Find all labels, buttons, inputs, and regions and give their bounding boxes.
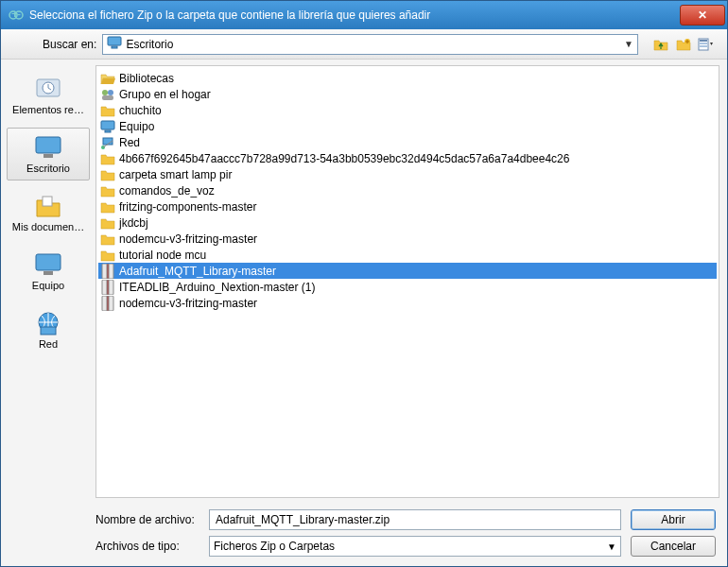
dialog-body: Elementos re…EscritorioMis documen…Equip… bbox=[1, 60, 727, 504]
svg-rect-30 bbox=[107, 280, 109, 295]
list-item[interactable]: Grupo en el hogar bbox=[98, 86, 717, 102]
place-desktop[interactable]: Escritorio bbox=[7, 128, 90, 180]
folder-icon bbox=[100, 103, 115, 118]
group-icon bbox=[100, 87, 115, 102]
titlebar: +- Selecciona el fichero Zip o la carpet… bbox=[1, 1, 727, 29]
toolbar: Buscar en: Escritorio ▼ bbox=[1, 29, 727, 60]
svg-rect-16 bbox=[36, 254, 61, 270]
documents-icon bbox=[33, 193, 63, 219]
place-recent[interactable]: Elementos re… bbox=[7, 69, 90, 122]
filename-value: Adafruit_MQTT_Library-master.zip bbox=[216, 513, 390, 526]
place-computer[interactable]: Equipo bbox=[7, 245, 90, 298]
file-name: 4b667f692645b47aaccc7b728a99d713-54a3bb0… bbox=[119, 152, 569, 165]
filename-input[interactable]: Adafruit_MQTT_Library-master.zip bbox=[209, 509, 621, 530]
file-name: nodemcu-v3-fritzing-master bbox=[119, 297, 257, 310]
lookin-dropdown[interactable]: Escritorio ▼ bbox=[102, 34, 638, 55]
file-name: Equipo bbox=[119, 120, 154, 133]
folder-icon bbox=[100, 248, 115, 263]
file-dialog: +- Selecciona el fichero Zip o la carpet… bbox=[0, 0, 728, 567]
list-item[interactable]: Equipo bbox=[98, 118, 717, 134]
list-item[interactable]: Adafruit_MQTT_Library-master bbox=[98, 263, 717, 279]
file-name: comandos_de_voz bbox=[119, 184, 215, 198]
svg-point-21 bbox=[108, 90, 113, 95]
folder-icon bbox=[100, 232, 115, 247]
list-item[interactable]: carpeta smart lamp pir bbox=[98, 166, 717, 182]
computer-sm-icon bbox=[100, 119, 115, 134]
place-label: Mis documen… bbox=[6, 221, 91, 232]
bottom-bar: Nombre de archivo: Adafruit_MQTT_Library… bbox=[1, 504, 727, 566]
filename-label: Nombre de archivo: bbox=[95, 513, 199, 526]
close-button[interactable]: ✕ bbox=[680, 5, 725, 26]
file-name: Red bbox=[119, 136, 140, 149]
file-name: Bibliotecas bbox=[119, 72, 174, 85]
chevron-down-icon: ▼ bbox=[607, 541, 616, 552]
filetype-label: Archivos de tipo: bbox=[95, 540, 199, 553]
places-sidebar: Elementos re…EscritorioMis documen…Equip… bbox=[1, 60, 95, 504]
view-menu-button[interactable] bbox=[697, 35, 716, 54]
place-label: Elementos re… bbox=[6, 104, 91, 115]
chevron-down-icon: ▼ bbox=[624, 39, 633, 49]
list-item[interactable]: Bibliotecas bbox=[98, 70, 717, 86]
network-icon bbox=[33, 310, 63, 336]
svg-rect-13 bbox=[36, 137, 61, 153]
list-item[interactable]: chuchito bbox=[98, 102, 717, 118]
place-label: Escritorio bbox=[6, 163, 91, 174]
recent-icon bbox=[33, 76, 63, 102]
filetype-dropdown[interactable]: Ficheros Zip o Carpetas ▼ bbox=[209, 536, 621, 557]
up-folder-button[interactable] bbox=[651, 35, 670, 54]
list-item[interactable]: tutorial node mcu bbox=[98, 247, 717, 263]
zip-icon bbox=[100, 264, 115, 279]
file-name: Adafruit_MQTT_Library-master bbox=[119, 265, 276, 278]
place-label: Red bbox=[6, 338, 91, 350]
list-item[interactable]: nodemcu-v3-fritzing-master bbox=[98, 295, 717, 311]
place-network[interactable]: Red bbox=[7, 303, 90, 356]
svg-rect-17 bbox=[43, 271, 53, 275]
lookin-label: Buscar en: bbox=[43, 38, 96, 51]
open-button-label: Abrir bbox=[661, 513, 685, 526]
cancel-button-label: Cancelar bbox=[650, 540, 696, 553]
file-name: nodemcu-v3-fritzing-master bbox=[119, 232, 257, 246]
app-icon: +- bbox=[9, 8, 24, 23]
list-item[interactable]: ITEADLIB_Arduino_Nextion-master (1) bbox=[98, 279, 717, 295]
lookin-value: Escritorio bbox=[126, 38, 620, 51]
folder-icon bbox=[100, 183, 115, 198]
svg-rect-23 bbox=[101, 121, 114, 129]
zip-icon bbox=[100, 280, 115, 295]
cancel-button[interactable]: Cancelar bbox=[631, 536, 716, 557]
svg-rect-8 bbox=[700, 40, 707, 42]
svg-rect-28 bbox=[107, 264, 109, 279]
desktop-icon bbox=[107, 36, 122, 52]
folder-icon bbox=[100, 167, 115, 182]
file-name: tutorial node mcu bbox=[119, 249, 206, 262]
svg-rect-14 bbox=[43, 154, 53, 158]
zip-icon bbox=[100, 296, 115, 311]
folder-open-icon bbox=[100, 71, 115, 86]
svg-rect-22 bbox=[102, 95, 113, 100]
list-item[interactable]: Red bbox=[98, 134, 717, 150]
svg-rect-5 bbox=[112, 46, 117, 48]
filetype-value: Ficheros Zip o Carpetas bbox=[214, 540, 607, 553]
close-icon: ✕ bbox=[698, 9, 707, 22]
file-list[interactable]: BibliotecasGrupo en el hogarchuchitoEqui… bbox=[95, 65, 719, 498]
file-name: chuchito bbox=[119, 104, 162, 117]
folder-icon bbox=[100, 199, 115, 215]
network-sm-icon bbox=[100, 135, 115, 150]
file-name: jkdcbj bbox=[119, 216, 148, 230]
svg-rect-10 bbox=[700, 45, 707, 47]
folder-icon bbox=[100, 151, 115, 166]
place-documents[interactable]: Mis documen… bbox=[7, 186, 90, 239]
list-item[interactable]: comandos_de_voz bbox=[98, 182, 717, 198]
list-item[interactable]: nodemcu-v3-fritzing-master bbox=[98, 231, 717, 247]
list-item[interactable]: fritzing-components-master bbox=[98, 198, 717, 215]
file-name: carpeta smart lamp pir bbox=[119, 168, 232, 181]
svg-rect-4 bbox=[108, 37, 121, 45]
svg-point-20 bbox=[102, 90, 108, 95]
svg-text:-: - bbox=[17, 8, 21, 21]
svg-rect-32 bbox=[107, 296, 109, 311]
list-item[interactable]: 4b667f692645b47aaccc7b728a99d713-54a3bb0… bbox=[98, 150, 717, 166]
list-item[interactable]: jkdcbj bbox=[98, 215, 717, 231]
new-folder-button[interactable] bbox=[674, 35, 693, 54]
open-button[interactable]: Abrir bbox=[631, 509, 716, 530]
file-name: fritzing-components-master bbox=[119, 200, 256, 214]
place-label: Equipo bbox=[6, 280, 91, 291]
